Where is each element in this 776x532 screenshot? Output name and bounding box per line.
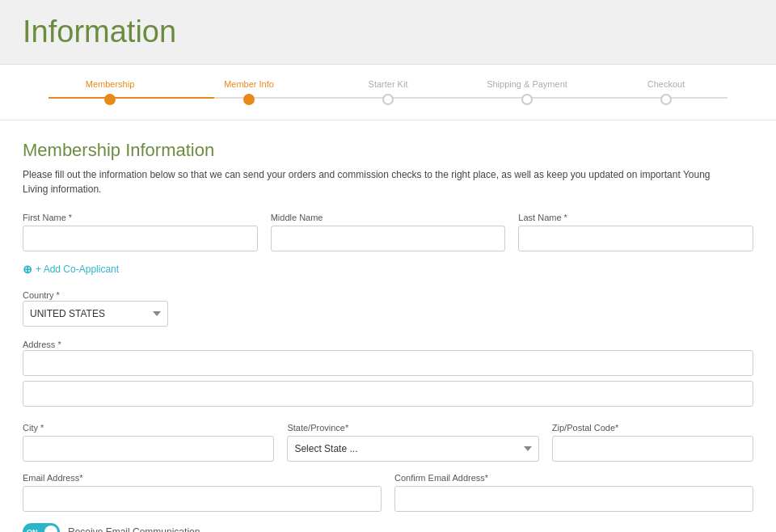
confirm-email-label: Confirm Email Address* bbox=[394, 473, 753, 483]
section-description: Please fill out the information below so… bbox=[23, 167, 734, 196]
address-line1-input[interactable] bbox=[23, 350, 753, 376]
address-label: Address * bbox=[23, 340, 61, 349]
city-group: City * bbox=[23, 423, 274, 462]
country-group: Country * UNITED STATES CANADA UNITED KI… bbox=[23, 289, 753, 327]
toggle-track: ON bbox=[23, 523, 60, 532]
middle-name-group: Middle Name bbox=[271, 213, 506, 251]
first-name-group: First Name * bbox=[23, 213, 258, 251]
step-member-info-dot bbox=[243, 94, 255, 105]
state-select[interactable]: Select State ... Alabama Alaska Californ… bbox=[287, 436, 538, 462]
state-group: State/Province* Select State ... Alabama… bbox=[287, 423, 538, 462]
email-label: Email Address* bbox=[23, 473, 382, 483]
email-row: Email Address* Confirm Email Address* bbox=[23, 473, 753, 512]
toggle-thumb bbox=[44, 526, 57, 532]
email-communication-toggle[interactable]: ON bbox=[23, 523, 60, 532]
first-name-input[interactable] bbox=[23, 226, 258, 251]
confirm-email-input[interactable] bbox=[394, 486, 753, 512]
address-group: Address * bbox=[23, 338, 753, 412]
country-select[interactable]: UNITED STATES CANADA UNITED KINGDOM bbox=[23, 301, 168, 327]
step-starter-kit-label: Starter Kit bbox=[369, 79, 408, 89]
page-title: Information bbox=[23, 15, 753, 49]
city-input[interactable] bbox=[23, 436, 274, 462]
first-name-label: First Name * bbox=[23, 213, 258, 222]
toggle-row: ON Receive Email Communication bbox=[23, 523, 753, 532]
last-name-label: Last Name * bbox=[518, 213, 753, 222]
step-membership-label: Membership bbox=[86, 79, 135, 89]
step-membership: Membership bbox=[40, 79, 179, 105]
progress-section: Membership Member Info Starter Kit Shipp… bbox=[0, 65, 776, 120]
zip-input[interactable] bbox=[552, 436, 753, 462]
confirm-email-group: Confirm Email Address* bbox=[394, 473, 753, 512]
plus-icon: ⊕ bbox=[23, 263, 32, 276]
email-input[interactable] bbox=[23, 486, 382, 512]
main-content: Membership Information Please fill out t… bbox=[0, 120, 776, 532]
middle-name-label: Middle Name bbox=[271, 213, 506, 222]
city-state-zip-row: City * State/Province* Select State ... … bbox=[23, 423, 753, 462]
step-starter-kit: Starter Kit bbox=[318, 79, 458, 105]
zip-label: Zip/Postal Code* bbox=[552, 423, 753, 433]
add-coapplicant-link[interactable]: ⊕ + Add Co-Applicant bbox=[23, 263, 119, 276]
step-member-info-label: Member Info bbox=[224, 79, 274, 89]
state-select-wrap: Select State ... Alabama Alaska Californ… bbox=[287, 436, 538, 462]
toggle-description: Receive Email Communication bbox=[68, 526, 200, 532]
add-coapplicant-label: + Add Co-Applicant bbox=[36, 264, 119, 275]
name-row: First Name * Middle Name Last Name * bbox=[23, 213, 753, 251]
last-name-group: Last Name * bbox=[518, 213, 753, 251]
city-label: City * bbox=[23, 423, 274, 433]
step-shipping-payment-label: Shipping & Payment bbox=[487, 79, 567, 89]
toggle-on-label: ON bbox=[27, 528, 38, 532]
step-checkout-dot bbox=[660, 94, 672, 105]
progress-steps: Membership Member Info Starter Kit Shipp… bbox=[40, 79, 736, 105]
section-title: Membership Information bbox=[23, 140, 753, 161]
zip-group: Zip/Postal Code* bbox=[552, 423, 753, 462]
address-line2-input[interactable] bbox=[23, 381, 753, 407]
header-section: Information bbox=[0, 0, 776, 65]
email-group: Email Address* bbox=[23, 473, 382, 512]
step-starter-kit-dot bbox=[382, 94, 394, 105]
step-shipping-payment: Shipping & Payment bbox=[458, 79, 597, 105]
progress-bar: Membership Member Info Starter Kit Shipp… bbox=[40, 79, 736, 105]
step-checkout: Checkout bbox=[597, 79, 736, 105]
state-label: State/Province* bbox=[287, 423, 538, 433]
middle-name-input[interactable] bbox=[271, 226, 506, 251]
step-shipping-payment-dot bbox=[521, 94, 533, 105]
last-name-input[interactable] bbox=[518, 226, 753, 251]
step-member-info: Member Info bbox=[179, 79, 318, 105]
step-checkout-label: Checkout bbox=[647, 79, 685, 89]
country-select-wrap: UNITED STATES CANADA UNITED KINGDOM bbox=[23, 301, 168, 327]
step-membership-dot bbox=[104, 94, 116, 105]
country-label: Country * bbox=[23, 290, 60, 300]
